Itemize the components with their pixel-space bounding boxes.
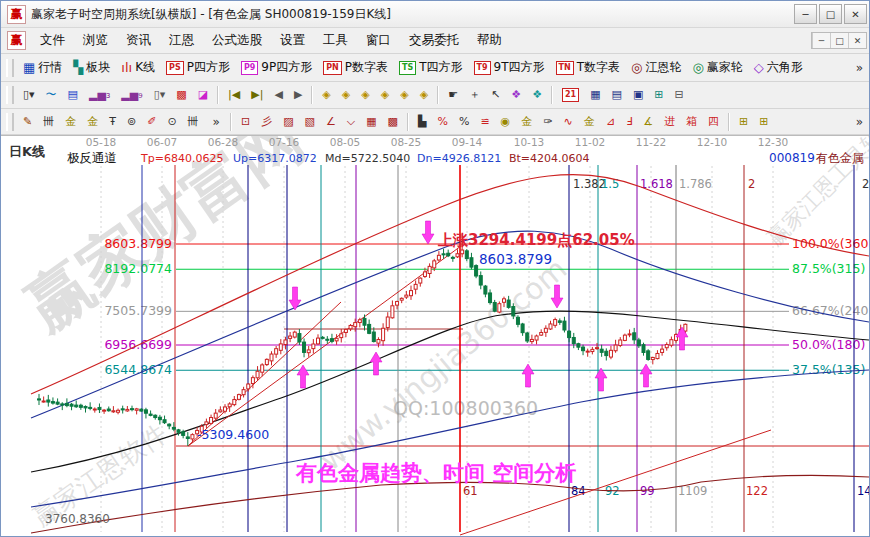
first-page-button[interactable]: |◀ bbox=[223, 85, 245, 105]
child-restore-button[interactable]: □ bbox=[830, 33, 848, 48]
diamond-x-button[interactable]: ◈ bbox=[376, 85, 394, 105]
clock-tool-button[interactable]: ⊙ bbox=[162, 112, 181, 132]
9p-square-button[interactable]: P99P四方形 bbox=[236, 56, 317, 79]
gann-net-purple-button[interactable]: ❖ bbox=[506, 85, 526, 105]
menu-item-3[interactable]: 江恩 bbox=[160, 29, 203, 52]
prev-button[interactable]: ◀ bbox=[269, 85, 287, 105]
red-grid-2-button[interactable]: ▩ bbox=[383, 112, 403, 132]
f-comb-button[interactable]: Ŧ bbox=[104, 112, 121, 132]
gann-wheel-button[interactable]: ◎江恩轮 bbox=[626, 56, 686, 79]
p-table-button[interactable]: PNP数字表 bbox=[318, 56, 393, 79]
ray-fan-button[interactable]: 彡 bbox=[256, 112, 277, 132]
box-net-button[interactable]: ▧ bbox=[300, 112, 320, 132]
angle-lines-button[interactable]: ∠ bbox=[321, 112, 341, 132]
sectors-button[interactable]: ▚板块 bbox=[68, 56, 115, 79]
kline-chart[interactable]: 赢家财富网www.yingjia360.com赢家江恩软件赢家江恩工具软件QQ:… bbox=[1, 136, 870, 537]
p-square-button[interactable]: PSP四方形 bbox=[161, 56, 235, 79]
next-button[interactable]: ▶ bbox=[289, 85, 307, 105]
jin-angle-button[interactable]: 进 bbox=[659, 112, 680, 132]
gold-circle-button[interactable]: ◉ bbox=[496, 112, 516, 132]
diamond-left-button[interactable]: ◈ bbox=[317, 85, 335, 105]
close-button[interactable]: ✕ bbox=[844, 4, 867, 24]
child-close-button[interactable]: ✕ bbox=[848, 33, 866, 48]
kline-button[interactable]: ılıK线 bbox=[116, 56, 160, 79]
last-page-button[interactable]: ▶| bbox=[246, 85, 268, 105]
four-angle-button[interactable]: 四 bbox=[703, 112, 724, 132]
t-table-button[interactable]: TNT数字表 bbox=[551, 56, 626, 79]
menu-item-0[interactable]: 文件 bbox=[31, 29, 74, 52]
menu-item-1[interactable]: 浏览 bbox=[74, 29, 117, 52]
menu-item-8[interactable]: 交易委托 bbox=[400, 29, 468, 52]
winner-wheel-button[interactable]: ◎赢家轮 bbox=[687, 56, 747, 79]
bars-9-button[interactable]: ▂▅₉ bbox=[116, 85, 147, 105]
yellow-grid-1-button[interactable]: ⊞ bbox=[734, 112, 753, 132]
diamond-h-button[interactable]: ◈ bbox=[356, 85, 374, 105]
toolbar-grip[interactable] bbox=[6, 113, 14, 131]
box-rays-button[interactable]: ▨ bbox=[278, 112, 298, 132]
toolbar-grip[interactable] bbox=[6, 59, 14, 77]
pct-button[interactable]: % bbox=[454, 112, 474, 132]
pointer-button[interactable]: ↖ bbox=[486, 85, 505, 105]
notes-button[interactable]: ▤ bbox=[607, 85, 627, 105]
kline-style-button[interactable]: ▯▾ bbox=[18, 85, 40, 105]
f-angle-button[interactable]: Ⅎ bbox=[621, 112, 637, 132]
single-candle-button[interactable]: ▯▾ bbox=[149, 85, 171, 105]
a-wave-button[interactable]: ∿ bbox=[558, 112, 577, 132]
comb-2-button[interactable]: 卌 bbox=[183, 112, 204, 132]
toolbar-overflow-chevron[interactable]: » bbox=[207, 113, 226, 131]
info-panel-button[interactable]: ▤ bbox=[63, 85, 83, 105]
quotes-button[interactable]: ▦行情 bbox=[18, 56, 67, 79]
v-lines-button[interactable]: ⌵ bbox=[342, 112, 360, 132]
minimize-button[interactable]: ─ bbox=[794, 4, 817, 24]
gann-net-teal-button[interactable]: ❖ bbox=[527, 85, 547, 105]
brush-red-button[interactable]: ✐ bbox=[142, 112, 161, 132]
hexagon-button[interactable]: ◇六角形 bbox=[749, 56, 808, 79]
box-angle-button[interactable]: 箱 bbox=[681, 112, 702, 132]
window-share-button[interactable]: ⊞ bbox=[649, 85, 668, 105]
intraday-trend-button[interactable]: 〜 bbox=[41, 85, 62, 105]
j-angle-button[interactable]: ⊿ bbox=[601, 112, 620, 132]
menu-item-4[interactable]: 公式选股 bbox=[203, 29, 271, 52]
menu-item-9[interactable]: 帮助 bbox=[468, 29, 511, 52]
bars-3-button[interactable]: ▂▅₃ bbox=[84, 85, 115, 105]
menu-item-5[interactable]: 设置 bbox=[271, 29, 314, 52]
comb-tool-button[interactable]: 卌 bbox=[38, 112, 59, 132]
bar-steps-button[interactable]: ▙ bbox=[413, 112, 431, 132]
calculator-button[interactable]: ▦ bbox=[585, 85, 605, 105]
save-button[interactable]: ▣ bbox=[628, 85, 648, 105]
menu-item-2[interactable]: 资讯 bbox=[117, 29, 160, 52]
t-square-button[interactable]: TST四方形 bbox=[394, 56, 468, 79]
color-chart-button[interactable]: ◪ bbox=[193, 85, 213, 105]
kline-chart-panel[interactable]: 赢家财富网www.yingjia360.com赢家江恩软件赢家江恩工具软件QQ:… bbox=[1, 135, 870, 537]
toolbar-overflow-chevron[interactable]: » bbox=[850, 113, 869, 131]
yellow-grid-2-button[interactable]: ⊞ bbox=[754, 112, 773, 132]
pct-strike-button[interactable]: % bbox=[432, 112, 452, 132]
calendar-button[interactable]: 21 bbox=[557, 85, 584, 105]
gold-comb-2-button[interactable]: 金 bbox=[82, 112, 103, 132]
menu-item-7[interactable]: 窗口 bbox=[357, 29, 400, 52]
child-minimize-button[interactable]: ─ bbox=[812, 33, 830, 48]
diamond-right-button[interactable]: ◈ bbox=[337, 85, 355, 105]
9t-square-button[interactable]: T99T四方形 bbox=[469, 56, 550, 79]
gold-angle-button[interactable]: ∡ bbox=[638, 112, 658, 132]
diamond-v-button[interactable]: ◈ bbox=[415, 85, 433, 105]
diamond-all-button[interactable]: ◈ bbox=[395, 85, 413, 105]
toolbar-grip[interactable] bbox=[6, 86, 14, 104]
red-grid-1-button[interactable]: ▦ bbox=[361, 112, 381, 132]
print-button[interactable]: ⊟ bbox=[670, 85, 689, 105]
gold-lines-button[interactable]: 金 bbox=[516, 112, 537, 132]
brush-tool-button[interactable]: ✎ bbox=[18, 112, 37, 132]
maximize-button[interactable]: □ bbox=[819, 4, 842, 24]
toolbar-overflow-chevron[interactable]: » bbox=[850, 59, 869, 77]
candle-pen-button[interactable]: ✑ bbox=[538, 112, 557, 132]
gold-line-2-button[interactable]: 金 bbox=[579, 112, 600, 132]
spiral-9-button[interactable]: ⊚ bbox=[122, 112, 141, 132]
box-line-button[interactable]: ⊡ bbox=[236, 112, 255, 132]
x-axis-date-label: 11-02 bbox=[575, 136, 606, 148]
crosshair-button[interactable]: ＋ bbox=[464, 85, 485, 105]
gold-comb-1-button[interactable]: 金 bbox=[60, 112, 81, 132]
hand-tool-button[interactable]: ☛ bbox=[443, 85, 463, 105]
pattern-red-button[interactable]: ▩ bbox=[171, 85, 191, 105]
menu-item-6[interactable]: 工具 bbox=[314, 29, 357, 52]
pct-lines-button[interactable]: ≌ bbox=[475, 112, 494, 132]
